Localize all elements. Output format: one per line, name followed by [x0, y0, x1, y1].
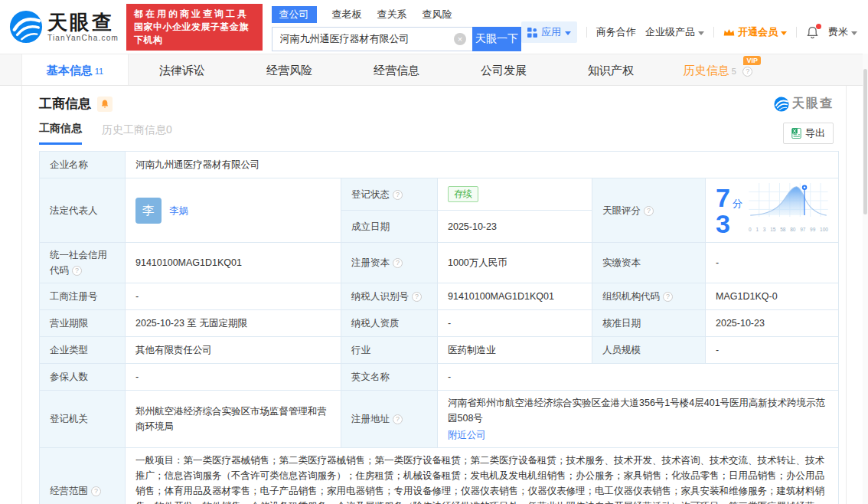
reg-number-value: - — [126, 283, 341, 310]
section-title: 工商信息 — [39, 95, 91, 113]
username: 费米 — [828, 25, 848, 39]
help-icon[interactable]: ? — [644, 206, 654, 216]
excel-icon — [791, 128, 801, 139]
apps-grid-icon — [527, 28, 537, 38]
field-label: 纳税人资质 — [341, 310, 438, 337]
field-label: 企业类型 — [40, 337, 126, 364]
field-label: 人员规模 — [592, 337, 706, 364]
help-icon[interactable]: ? — [393, 258, 403, 268]
help-icon[interactable]: ? — [412, 292, 422, 302]
taxpayer-quality-value: - — [438, 310, 592, 337]
scrollbar-track[interactable] — [863, 54, 868, 504]
search-button[interactable]: 天眼一下 — [472, 27, 521, 51]
crown-icon — [723, 28, 735, 38]
business-scope-value: 一般项目：第一类医疗器械销售；第二类医疗器械销售；第一类医疗设备租赁；第二类医疗… — [126, 448, 839, 504]
paid-capital-value: - — [706, 243, 839, 283]
subtab-history-business-info[interactable]: 历史工商信息0 — [102, 123, 172, 144]
field-label: 法定代表人 — [40, 178, 126, 243]
tab-basic-info[interactable]: 基本信息11 — [21, 54, 129, 85]
nav-open-vip[interactable]: 开通会员 — [723, 25, 787, 39]
score-cell[interactable]: 73分 — [706, 178, 839, 243]
taxpayer-id-value: 91410100MAG1D1KQ01 — [438, 283, 592, 310]
tianyancha-logo-icon — [9, 10, 43, 44]
chevron-down-icon — [565, 31, 571, 35]
nav-user[interactable]: 费米 — [828, 25, 857, 39]
field-label: 注册地址? — [341, 391, 438, 448]
field-label: 登记状态? — [341, 178, 438, 211]
field-label: 天眼评分? — [592, 178, 706, 243]
company-section-tabs: 基本信息11 法律诉讼 经营风险 经营信息 公司发展 知识产权 VIP 历史信息… — [0, 54, 868, 86]
tab-operation-risk[interactable]: 经营风险 — [236, 54, 343, 85]
tab-legal-litigation[interactable]: 法律诉讼 — [129, 54, 236, 85]
business-info-table: 企业名称 河南九州通医疗器材有限公司 法定代表人 李 李娲 登记状态? 存续 天… — [39, 151, 839, 504]
search-input[interactable] — [272, 27, 472, 51]
table-row: 登记机关 郑州航空港经济综合实验区市场监督管理和营商环境局 注册地址? 河南省郑… — [40, 391, 839, 448]
help-icon[interactable]: ? — [742, 67, 752, 77]
uscc-value: 91410100MAG1D1KQ01 — [126, 243, 341, 283]
brand-logo[interactable]: 天眼查 TianYanCha.com 都在用的商业查询工具 国家中小企业发展子基… — [9, 4, 263, 51]
help-icon[interactable]: ? — [91, 486, 101, 496]
legal-rep-link[interactable]: 李娲 — [169, 203, 188, 218]
table-row: 法定代表人 李 李娲 登记状态? 存续 天眼评分? 73分 — [40, 178, 839, 211]
address-cell: 河南省郑州市航空港经济综合实验区金港大道356号1号楼4层401号医用高新技术跨… — [438, 391, 839, 448]
score-distribution-chart: 01 315 5880 9799 100 — [749, 183, 828, 237]
insured-value: - — [126, 364, 341, 391]
table-row: 统一社会信用代码? 91410100MAG1D1KQ01 注册资本? 1000万… — [40, 243, 839, 283]
chevron-down-icon — [781, 31, 787, 35]
help-icon[interactable]: ? — [72, 266, 82, 276]
field-label: 注册资本? — [341, 243, 438, 283]
field-label: 登记机关 — [40, 391, 126, 448]
slogan-line-1: 都在用的商业查询工具 — [134, 8, 255, 21]
table-row: 企业名称 河南九州通医疗器材有限公司 — [40, 152, 839, 178]
business-info-card: 工商信息 天眼查 工商信息 历史工商信息0 — [21, 86, 847, 504]
search-tab-risk[interactable]: 查风险 — [423, 6, 452, 23]
table-row: 经营范围? 一般项目：第一类医疗器械销售；第二类医疗器械销售；第一类医疗设备租赁… — [40, 448, 839, 504]
help-icon[interactable]: ? — [393, 414, 403, 424]
slogan-line-2: 国家中小企业发展子基金旗下机构 — [134, 21, 255, 47]
help-icon[interactable]: ? — [393, 190, 403, 200]
staff-size-value: - — [706, 337, 839, 364]
tab-history-info[interactable]: VIP 历史信息5 ? — [664, 54, 772, 85]
apps-menu[interactable]: 应用 — [521, 21, 577, 43]
field-label: 行业 — [341, 337, 438, 364]
tab-company-development[interactable]: 公司发展 — [450, 54, 557, 85]
nearby-companies-link[interactable]: 附近公司 — [448, 427, 828, 443]
bell-icon — [100, 99, 109, 109]
table-row: 工商注册号 - 纳税人识别号? 91410100MAG1D1KQ01 组织机构代… — [40, 283, 839, 310]
tab-intellectual-property[interactable]: 知识产权 — [557, 54, 664, 85]
established-value: 2025-10-23 — [438, 211, 592, 243]
scrollbar-thumb[interactable] — [863, 69, 867, 214]
tianyancha-logo-icon — [774, 97, 789, 112]
notifications-bell[interactable] — [806, 26, 819, 39]
chevron-down-icon — [698, 31, 704, 35]
subtab-business-info[interactable]: 工商信息 — [39, 122, 82, 145]
field-label: 组织机构代码? — [592, 283, 706, 310]
nav-cooperation[interactable]: 商务合作 — [596, 25, 636, 39]
help-icon[interactable]: ? — [663, 292, 673, 302]
export-button[interactable]: 导出 — [783, 123, 834, 144]
org-code-value: MAG1D1KQ-0 — [706, 283, 839, 310]
clear-icon[interactable]: × — [454, 33, 466, 45]
field-label: 核准日期 — [592, 310, 706, 337]
subscribe-bell-button[interactable] — [97, 97, 113, 112]
brand-name: 天眼查 — [47, 12, 119, 32]
search-tab-relation[interactable]: 查关系 — [377, 6, 407, 23]
divider — [586, 27, 587, 38]
field-label: 统一社会信用代码? — [40, 243, 126, 283]
company-name-value: 河南九州通医疗器材有限公司 — [126, 152, 839, 178]
table-row: 企业类型 其他有限责任公司 行业 医药制造业 人员规模 - — [40, 337, 839, 364]
industry-value: 医药制造业 — [438, 337, 592, 364]
avatar: 李 — [135, 198, 162, 224]
field-label: 实缴资本 — [592, 243, 706, 283]
search-tab-boss[interactable]: 查老板 — [332, 6, 362, 23]
reg-authority-value: 郑州航空港经济综合实验区市场监督管理和营商环境局 — [126, 391, 341, 448]
tab-operation-info[interactable]: 经营信息 — [343, 54, 450, 85]
company-type-value: 其他有限责任公司 — [126, 337, 341, 364]
field-label: 工商注册号 — [40, 283, 126, 310]
status-badge: 存续 — [448, 186, 478, 202]
approval-date-value: 2025-10-23 — [706, 310, 839, 337]
field-label: 参保人数 — [40, 364, 126, 391]
nav-enterprise[interactable]: 企业级产品 — [645, 25, 704, 39]
search-tab-company[interactable]: 查公司 — [272, 6, 317, 23]
brand-domain: TianYanCha.com — [47, 34, 119, 42]
